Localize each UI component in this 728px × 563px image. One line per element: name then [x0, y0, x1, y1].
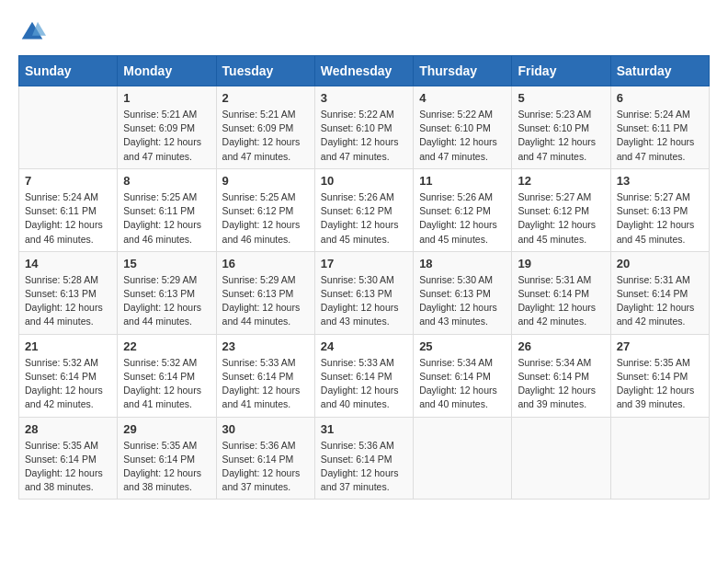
day-number: 28	[25, 422, 111, 436]
day-cell: 24Sunrise: 5:33 AM Sunset: 6:14 PM Dayli…	[314, 334, 413, 417]
day-info: Sunrise: 5:22 AM Sunset: 6:10 PM Dayligh…	[419, 108, 506, 164]
day-info: Sunrise: 5:27 AM Sunset: 6:12 PM Dayligh…	[518, 190, 604, 247]
week-row-4: 21Sunrise: 5:32 AM Sunset: 6:14 PM Dayli…	[19, 334, 710, 417]
day-info: Sunrise: 5:34 AM Sunset: 6:14 PM Dayligh…	[518, 356, 604, 412]
day-number: 5	[518, 91, 604, 105]
day-number: 6	[617, 91, 703, 105]
day-info: Sunrise: 5:30 AM Sunset: 6:13 PM Dayligh…	[321, 273, 407, 329]
day-number: 7	[25, 174, 111, 188]
day-number: 4	[419, 91, 506, 105]
day-cell: 16Sunrise: 5:29 AM Sunset: 6:13 PM Dayli…	[216, 251, 314, 334]
day-info: Sunrise: 5:30 AM Sunset: 6:13 PM Dayligh…	[419, 273, 506, 329]
day-info: Sunrise: 5:27 AM Sunset: 6:13 PM Dayligh…	[617, 190, 703, 247]
day-number: 12	[518, 174, 604, 188]
day-number: 24	[321, 339, 407, 353]
day-number: 25	[419, 339, 506, 353]
day-number: 8	[123, 174, 210, 188]
day-info: Sunrise: 5:24 AM Sunset: 6:11 PM Dayligh…	[617, 108, 703, 164]
day-info: Sunrise: 5:35 AM Sunset: 6:14 PM Dayligh…	[123, 439, 210, 495]
day-number: 13	[617, 174, 703, 188]
day-number: 29	[123, 422, 210, 436]
weekday-header-sunday: Sunday	[19, 56, 118, 86]
weekday-header-row: SundayMondayTuesdayWednesdayThursdayFrid…	[19, 56, 710, 86]
day-info: Sunrise: 5:26 AM Sunset: 6:12 PM Dayligh…	[321, 190, 407, 247]
day-info: Sunrise: 5:22 AM Sunset: 6:10 PM Dayligh…	[321, 108, 407, 164]
weekday-header-thursday: Thursday	[414, 56, 512, 86]
day-cell: 31Sunrise: 5:36 AM Sunset: 6:14 PM Dayli…	[314, 417, 413, 500]
day-number: 10	[321, 174, 407, 188]
day-number: 1	[123, 91, 210, 105]
day-info: Sunrise: 5:31 AM Sunset: 6:14 PM Dayligh…	[518, 273, 604, 329]
day-cell	[610, 417, 709, 500]
week-row-5: 28Sunrise: 5:35 AM Sunset: 6:14 PM Dayli…	[19, 417, 710, 500]
day-cell: 19Sunrise: 5:31 AM Sunset: 6:14 PM Dayli…	[512, 251, 610, 334]
day-cell: 9Sunrise: 5:25 AM Sunset: 6:12 PM Daylig…	[216, 168, 314, 251]
day-cell: 21Sunrise: 5:32 AM Sunset: 6:14 PM Dayli…	[19, 334, 118, 417]
week-row-2: 7Sunrise: 5:24 AM Sunset: 6:11 PM Daylig…	[19, 168, 710, 251]
day-cell: 8Sunrise: 5:25 AM Sunset: 6:11 PM Daylig…	[118, 168, 216, 251]
day-number: 20	[617, 257, 703, 270]
day-number: 30	[222, 422, 309, 436]
weekday-header-monday: Monday	[118, 56, 216, 86]
weekday-header-wednesday: Wednesday	[314, 56, 413, 86]
day-info: Sunrise: 5:25 AM Sunset: 6:11 PM Dayligh…	[123, 190, 210, 247]
day-cell: 2Sunrise: 5:21 AM Sunset: 6:09 PM Daylig…	[216, 86, 314, 169]
day-cell: 30Sunrise: 5:36 AM Sunset: 6:14 PM Dayli…	[216, 417, 314, 500]
day-cell: 17Sunrise: 5:30 AM Sunset: 6:13 PM Dayli…	[314, 251, 413, 334]
day-cell: 20Sunrise: 5:31 AM Sunset: 6:14 PM Dayli…	[610, 251, 709, 334]
day-info: Sunrise: 5:25 AM Sunset: 6:12 PM Dayligh…	[222, 190, 309, 247]
day-number: 23	[222, 339, 309, 353]
logo-icon	[18, 18, 46, 46]
day-number: 9	[222, 174, 309, 188]
day-cell: 6Sunrise: 5:24 AM Sunset: 6:11 PM Daylig…	[610, 86, 709, 169]
weekday-header-saturday: Saturday	[610, 56, 709, 86]
day-cell: 26Sunrise: 5:34 AM Sunset: 6:14 PM Dayli…	[512, 334, 610, 417]
day-cell: 13Sunrise: 5:27 AM Sunset: 6:13 PM Dayli…	[610, 168, 709, 251]
day-cell: 28Sunrise: 5:35 AM Sunset: 6:14 PM Dayli…	[19, 417, 118, 500]
day-number: 16	[222, 257, 309, 270]
day-cell	[414, 417, 512, 500]
day-info: Sunrise: 5:28 AM Sunset: 6:13 PM Dayligh…	[25, 273, 111, 329]
day-cell: 7Sunrise: 5:24 AM Sunset: 6:11 PM Daylig…	[19, 168, 118, 251]
day-info: Sunrise: 5:24 AM Sunset: 6:11 PM Dayligh…	[25, 190, 111, 247]
day-number: 26	[518, 339, 604, 353]
day-info: Sunrise: 5:32 AM Sunset: 6:14 PM Dayligh…	[25, 356, 111, 412]
day-number: 11	[419, 174, 506, 188]
day-cell: 18Sunrise: 5:30 AM Sunset: 6:13 PM Dayli…	[414, 251, 512, 334]
day-number: 14	[25, 257, 111, 270]
day-number: 2	[222, 91, 309, 105]
day-cell: 22Sunrise: 5:32 AM Sunset: 6:14 PM Dayli…	[118, 334, 216, 417]
day-cell	[512, 417, 610, 500]
day-number: 21	[25, 339, 111, 353]
day-cell: 3Sunrise: 5:22 AM Sunset: 6:10 PM Daylig…	[314, 86, 413, 169]
day-number: 27	[617, 339, 703, 353]
day-cell: 29Sunrise: 5:35 AM Sunset: 6:14 PM Dayli…	[118, 417, 216, 500]
calendar-table: SundayMondayTuesdayWednesdayThursdayFrid…	[18, 55, 710, 500]
day-info: Sunrise: 5:33 AM Sunset: 6:14 PM Dayligh…	[321, 356, 407, 412]
day-cell: 25Sunrise: 5:34 AM Sunset: 6:14 PM Dayli…	[414, 334, 512, 417]
day-cell: 12Sunrise: 5:27 AM Sunset: 6:12 PM Dayli…	[512, 168, 610, 251]
day-number: 22	[123, 339, 210, 353]
day-cell: 10Sunrise: 5:26 AM Sunset: 6:12 PM Dayli…	[314, 168, 413, 251]
day-cell: 23Sunrise: 5:33 AM Sunset: 6:14 PM Dayli…	[216, 334, 314, 417]
day-number: 18	[419, 257, 506, 270]
day-info: Sunrise: 5:21 AM Sunset: 6:09 PM Dayligh…	[222, 108, 309, 164]
day-cell: 5Sunrise: 5:23 AM Sunset: 6:10 PM Daylig…	[512, 86, 610, 169]
week-row-1: 1Sunrise: 5:21 AM Sunset: 6:09 PM Daylig…	[19, 86, 710, 169]
day-info: Sunrise: 5:31 AM Sunset: 6:14 PM Dayligh…	[617, 273, 703, 329]
day-info: Sunrise: 5:26 AM Sunset: 6:12 PM Dayligh…	[419, 190, 506, 247]
day-info: Sunrise: 5:35 AM Sunset: 6:14 PM Dayligh…	[617, 356, 703, 412]
day-info: Sunrise: 5:21 AM Sunset: 6:09 PM Dayligh…	[123, 108, 210, 164]
day-cell	[19, 86, 118, 169]
weekday-header-friday: Friday	[512, 56, 610, 86]
day-cell: 27Sunrise: 5:35 AM Sunset: 6:14 PM Dayli…	[610, 334, 709, 417]
day-info: Sunrise: 5:36 AM Sunset: 6:14 PM Dayligh…	[222, 439, 309, 495]
day-info: Sunrise: 5:36 AM Sunset: 6:14 PM Dayligh…	[321, 439, 407, 495]
day-number: 3	[321, 91, 407, 105]
day-info: Sunrise: 5:33 AM Sunset: 6:14 PM Dayligh…	[222, 356, 309, 412]
day-info: Sunrise: 5:35 AM Sunset: 6:14 PM Dayligh…	[25, 439, 111, 495]
weekday-header-tuesday: Tuesday	[216, 56, 314, 86]
day-cell: 11Sunrise: 5:26 AM Sunset: 6:12 PM Dayli…	[414, 168, 512, 251]
day-info: Sunrise: 5:29 AM Sunset: 6:13 PM Dayligh…	[123, 273, 210, 329]
day-cell: 14Sunrise: 5:28 AM Sunset: 6:13 PM Dayli…	[19, 251, 118, 334]
